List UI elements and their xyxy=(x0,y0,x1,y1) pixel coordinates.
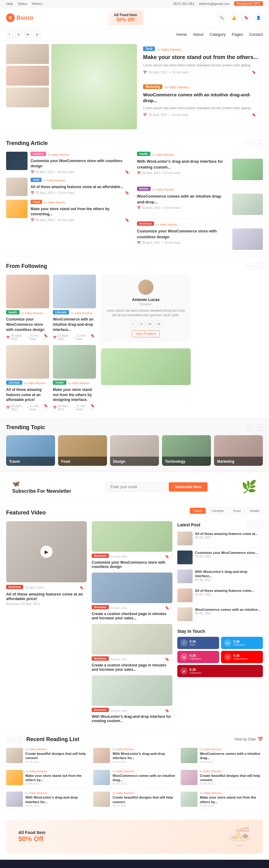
notification-icon[interactable]: 🔔 xyxy=(230,13,238,22)
follow-bookmark-4[interactable]: 🔖 xyxy=(91,404,95,407)
tab-health[interactable]: Health xyxy=(246,508,263,514)
action-bookmark-3[interactable]: 🔖 xyxy=(125,218,129,222)
social-pinterest[interactable]: pi 0.2kFollowers xyxy=(177,665,263,677)
vc-bookmark-2[interactable]: 🔖 xyxy=(165,606,169,610)
latest-title: Latest Post xyxy=(177,522,200,527)
recent-prev[interactable]: ← xyxy=(6,736,13,743)
follow-share-3[interactable]: ⤴ xyxy=(44,408,45,411)
tab-lifestyle[interactable]: Lifestyle xyxy=(208,508,227,514)
author-name: Antonio Lucas xyxy=(132,297,160,302)
vc-share-4[interactable]: ⤴ xyxy=(171,709,172,713)
vc-share-3[interactable]: ⤴ xyxy=(171,657,172,661)
vc-bookmark-3[interactable]: 🔖 xyxy=(165,657,169,661)
nav-category[interactable]: Category xyxy=(210,32,226,37)
help-link[interactable]: Help xyxy=(6,2,13,5)
facebook-nav-icon[interactable]: f xyxy=(6,31,13,38)
newsletter-section: 🦋 Subscribe For Newsletter Subscribe Now… xyxy=(0,472,269,502)
action-share-1[interactable]: ⤴ xyxy=(130,170,132,174)
topics-section: Trending Topic ← → Travel Food Design Te… xyxy=(0,417,269,472)
recent-thumb-1-1 xyxy=(6,748,23,763)
newsletter-email-input[interactable] xyxy=(105,482,166,492)
video-tag-4: Business xyxy=(92,708,109,712)
topic-marketing[interactable]: Marketing xyxy=(214,435,263,466)
author-social-tw[interactable]: tw xyxy=(147,320,154,327)
youtube-nav-icon[interactable]: yt xyxy=(34,31,40,38)
vc-share-1[interactable]: ⤴ xyxy=(171,555,172,558)
author-social-in[interactable]: in xyxy=(138,320,145,327)
topic-design[interactable]: Design xyxy=(110,435,159,466)
trending-next[interactable]: → xyxy=(256,140,263,147)
latest-post-3: With WooLentor's drag-and-drop interface… xyxy=(177,569,263,586)
tag-health-1: Health xyxy=(137,152,150,156)
action-bookmark-1[interactable]: 🔖 xyxy=(125,170,129,174)
nav-home[interactable]: Home xyxy=(176,32,187,37)
topics-prev[interactable]: ← xyxy=(246,424,254,431)
twitter-nav-icon[interactable]: tw xyxy=(25,31,31,38)
fb-icon: f xyxy=(180,639,188,647)
calendar-icon[interactable]: 📅 xyxy=(258,737,263,742)
topics-grid: Travel Food Design Technology Marketing xyxy=(6,435,263,466)
view-by-date[interactable]: View by Date xyxy=(234,737,256,741)
latest-next[interactable]: → xyxy=(256,521,263,528)
action-bookmark-2[interactable]: 🔖 xyxy=(125,191,129,194)
social-instagram[interactable]: ig 0.2kFollowers xyxy=(177,651,219,663)
account-icon[interactable]: 👤 xyxy=(254,13,263,22)
follow-share-1[interactable]: ⤴ xyxy=(44,338,45,341)
social-youtube[interactable]: yt 0.2kSubscribers xyxy=(221,651,263,663)
follow-bookmark-2[interactable]: 🔖 xyxy=(91,334,95,337)
top-bar: Help Status Writers (815) 962-981 addres… xyxy=(0,0,269,7)
social-twitter[interactable]: tw 0.2kFollowers xyxy=(221,637,263,649)
linkedin-nav-icon[interactable]: in xyxy=(15,31,22,38)
banner-sub: All Food Item xyxy=(18,830,45,835)
recent-grid: by Kathy Ramirez Create beautiful design… xyxy=(6,748,263,813)
nav-about[interactable]: About xyxy=(193,32,204,37)
author-social-fb[interactable]: f xyxy=(130,320,136,327)
author-social-yt[interactable]: yt xyxy=(155,320,162,327)
bookmark-action-2[interactable]: 🔖 xyxy=(252,113,256,117)
bookmark-action[interactable]: 🔖 xyxy=(252,70,256,74)
bookmark-icon[interactable]: 🔖 xyxy=(242,13,251,22)
follow-bookmark-3[interactable]: 🔖 xyxy=(44,404,48,407)
video-share[interactable]: ⤴ xyxy=(85,586,87,590)
following-prev[interactable]: ← xyxy=(246,262,254,270)
nav-contact[interactable]: Contact xyxy=(249,32,263,37)
vc-bookmark-4[interactable]: 🔖 xyxy=(165,709,169,713)
topic-technology[interactable]: Technology xyxy=(162,435,211,466)
follow-share-2[interactable]: ⤴ xyxy=(91,338,92,341)
latest-prev[interactable]: ← xyxy=(246,521,254,528)
search-icon[interactable]: 🔍 xyxy=(217,13,226,22)
topic-food[interactable]: Food xyxy=(58,435,107,466)
follow-share-4[interactable]: ⤴ xyxy=(91,408,92,411)
trending-prev[interactable]: ← xyxy=(246,140,254,147)
play-button[interactable]: ▶ xyxy=(40,546,53,558)
social-facebook[interactable]: f 0.2kFans xyxy=(177,637,219,649)
writers-link[interactable]: Writers xyxy=(32,2,42,5)
recent-thumb-1-3 xyxy=(6,792,23,807)
view-profile-button[interactable]: View Profile ▾ xyxy=(132,330,160,337)
nav-pages[interactable]: Pages xyxy=(232,32,243,37)
recent-item-2-3: by Kathy Ramirez Create beautiful design… xyxy=(93,792,175,810)
video-cards: Business 03 April, 2021 🔖⤴ Customize you… xyxy=(92,521,172,723)
share-action[interactable]: ⤴ xyxy=(257,70,259,74)
topics-next[interactable]: → xyxy=(256,424,263,431)
following-next[interactable]: → xyxy=(256,262,263,270)
newsletter-subscribe-button[interactable]: Subscribe Now xyxy=(169,482,208,492)
share-action-2[interactable]: ⤴ xyxy=(257,113,259,117)
action-share-3[interactable]: ⤴ xyxy=(130,218,132,222)
main-video-thumb[interactable]: ▶ xyxy=(6,521,87,582)
banner-food-icon: 🍜 xyxy=(228,826,251,847)
recent-next[interactable]: → xyxy=(15,736,23,743)
vc-bookmark-1[interactable]: 🔖 xyxy=(165,555,169,558)
hero-thumb-2 xyxy=(6,66,49,86)
follow-bookmark-1[interactable]: 🔖 xyxy=(44,334,48,337)
tab-travel[interactable]: Travel xyxy=(190,508,206,514)
topic-travel[interactable]: Travel xyxy=(6,435,55,466)
logo[interactable]: B Bunzo xyxy=(6,13,33,22)
ig-icon: ig xyxy=(180,653,188,661)
status-link[interactable]: Status xyxy=(18,2,27,5)
video-bookmark[interactable]: 🔖 xyxy=(79,586,84,590)
tab-food[interactable]: Food xyxy=(230,508,244,514)
author-title: Designer xyxy=(140,303,152,306)
vc-share-2[interactable]: ⤴ xyxy=(171,606,172,610)
action-share-2[interactable]: ⤴ xyxy=(130,191,132,194)
